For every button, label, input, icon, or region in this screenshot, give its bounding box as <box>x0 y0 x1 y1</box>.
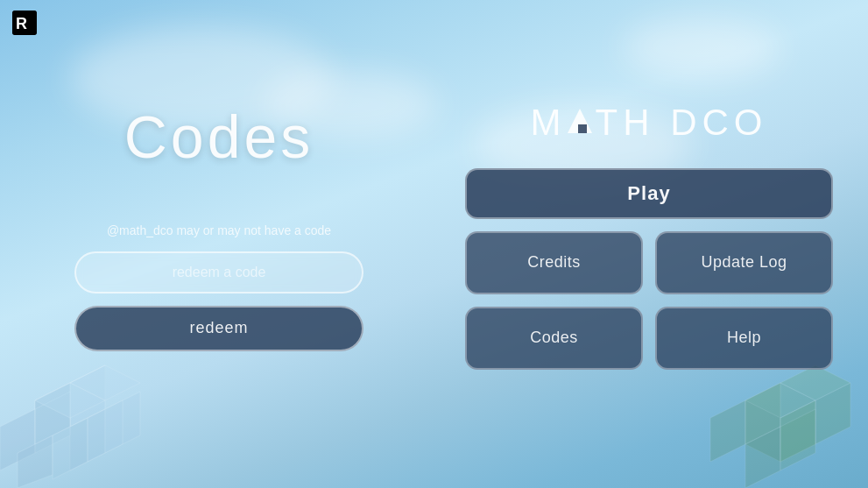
codes-button[interactable]: Codes <box>465 307 643 370</box>
hint-text: @math_dco may or may not have a code <box>107 223 331 237</box>
svg-rect-26 <box>578 124 587 133</box>
update-log-button[interactable]: Update Log <box>655 231 833 294</box>
code-input[interactable] <box>74 251 363 294</box>
game-title-m: M <box>531 102 564 144</box>
left-panel: Codes @math_dco may or may not have a co… <box>0 0 438 488</box>
help-button[interactable]: Help <box>655 307 833 370</box>
redeem-button[interactable]: redeem <box>74 306 363 351</box>
play-button[interactable]: Play <box>465 168 833 219</box>
credits-button[interactable]: Credits <box>465 231 643 294</box>
page-title: Codes <box>124 103 314 171</box>
right-panel: M TH DCO Play Credits Update Log Codes H… <box>430 0 868 488</box>
game-title: M TH DCO <box>531 102 768 144</box>
triangle-icon <box>566 107 594 138</box>
menu-grid: Credits Update Log Codes Help <box>465 231 833 370</box>
game-title-rest: TH DCO <box>596 102 768 144</box>
